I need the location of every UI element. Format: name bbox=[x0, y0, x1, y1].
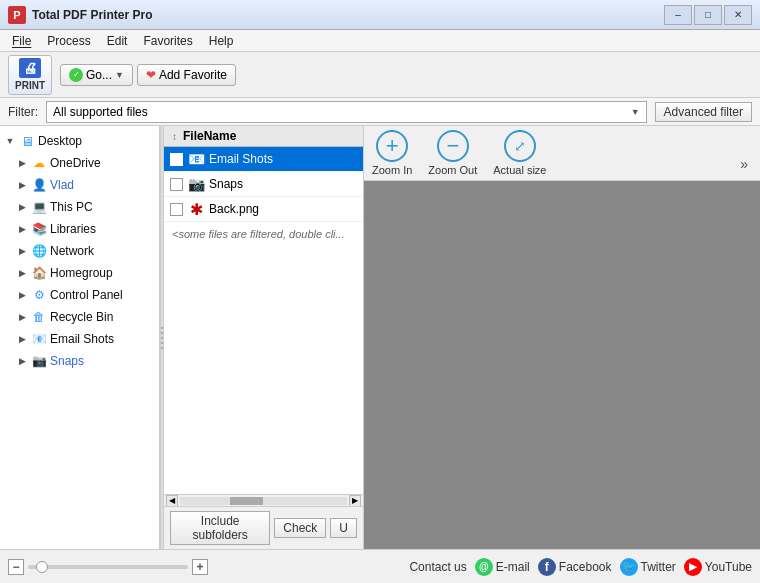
advanced-filter-button[interactable]: Advanced filter bbox=[655, 102, 752, 122]
actual-size-button[interactable]: ⤢ Actual size bbox=[493, 130, 546, 176]
expand-icon-pc: ▶ bbox=[16, 201, 28, 213]
sidebar-item-libraries[interactable]: ▶ 📚 Libraries bbox=[0, 218, 159, 240]
go-button[interactable]: ✓ Go... ▼ bbox=[60, 64, 133, 86]
backpng-thumb: ✱ bbox=[187, 200, 205, 218]
sidebar-item-label: Homegroup bbox=[50, 266, 113, 280]
check-button[interactable]: Check bbox=[274, 518, 326, 538]
sidebar-item-snaps[interactable]: ▶ 📷 Snaps bbox=[0, 350, 159, 372]
sidebar-item-desktop[interactable]: ▼ 🖥 Desktop bbox=[0, 130, 159, 152]
zoom-slider-thumb bbox=[36, 561, 48, 573]
zoom-in-label: Zoom In bbox=[372, 164, 412, 176]
sidebar-item-thispc[interactable]: ▶ 💻 This PC bbox=[0, 196, 159, 218]
expand-icon-snaps: ▶ bbox=[16, 355, 28, 367]
zoom-out-button[interactable]: − Zoom Out bbox=[428, 130, 477, 176]
menu-file[interactable]: File bbox=[4, 30, 39, 51]
file-checkbox-snaps[interactable] bbox=[170, 178, 183, 191]
zoom-plus-button[interactable]: + bbox=[192, 559, 208, 575]
twitter-link[interactable]: 🐦 Twitter bbox=[620, 558, 676, 576]
statusbar: − + Contact us @ E-mail f Facebook 🐦 Twi… bbox=[0, 549, 760, 583]
preview-area: + Zoom In − Zoom Out ⤢ Actual size » bbox=[364, 126, 760, 549]
sidebar-item-recyclebin[interactable]: ▶ 🗑 Recycle Bin bbox=[0, 306, 159, 328]
file-checkbox-emailshots[interactable] bbox=[170, 153, 183, 166]
file-name-backpng: Back.png bbox=[209, 202, 259, 216]
menu-help[interactable]: Help bbox=[201, 30, 242, 51]
controlpanel-icon: ⚙ bbox=[31, 287, 47, 303]
filename-column-header: FileName bbox=[183, 129, 236, 143]
twitter-label: Twitter bbox=[641, 560, 676, 574]
close-button[interactable]: ✕ bbox=[724, 5, 752, 25]
expand-icon-vlad: ▶ bbox=[16, 179, 28, 191]
youtube-link[interactable]: ▶ YouTube bbox=[684, 558, 752, 576]
menu-edit[interactable]: Edit bbox=[99, 30, 136, 51]
sidebar-item-network[interactable]: ▶ 🌐 Network bbox=[0, 240, 159, 262]
sidebar-item-controlpanel[interactable]: ▶ ⚙ Control Panel bbox=[0, 284, 159, 306]
file-rows-container: 📧 Email Shots 📷 Snaps ✱ Back.png <some f… bbox=[164, 147, 363, 494]
scroll-left-arrow[interactable]: ◀ bbox=[166, 495, 178, 507]
youtube-label: YouTube bbox=[705, 560, 752, 574]
zoom-minus-button[interactable]: − bbox=[8, 559, 24, 575]
scroll-right-arrow[interactable]: ▶ bbox=[349, 495, 361, 507]
desktop-icon: 🖥 bbox=[19, 133, 35, 149]
app-icon: P bbox=[8, 6, 26, 24]
filter-select[interactable]: All supported files ▼ bbox=[46, 101, 647, 123]
window-controls: – □ ✕ bbox=[664, 5, 752, 25]
actual-size-icon: ⤢ bbox=[504, 130, 536, 162]
sidebar-item-homegroup[interactable]: ▶ 🏠 Homegroup bbox=[0, 262, 159, 284]
file-row-emailshots[interactable]: 📧 Email Shots bbox=[164, 147, 363, 172]
heart-icon: ❤ bbox=[146, 68, 156, 82]
go-dropdown-icon: ▼ bbox=[115, 70, 124, 80]
sidebar-item-vlad[interactable]: ▶ 👤 Vlad bbox=[0, 174, 159, 196]
toolbar: 🖨 PRINT ✓ Go... ▼ ❤ Add Favorite bbox=[0, 52, 760, 98]
filelist-scrollbar[interactable]: ◀ ▶ bbox=[164, 494, 363, 506]
user-icon: 👤 bbox=[31, 177, 47, 193]
facebook-link[interactable]: f Facebook bbox=[538, 558, 612, 576]
go-icon: ✓ bbox=[69, 68, 83, 82]
more-button[interactable]: » bbox=[736, 152, 752, 176]
twitter-icon: 🐦 bbox=[620, 558, 638, 576]
sidebar-item-emailshots[interactable]: ▶ 📧 Email Shots bbox=[0, 328, 159, 350]
onedrive-icon: ☁ bbox=[31, 155, 47, 171]
include-subfolders-button[interactable]: Include subfolders bbox=[170, 511, 270, 545]
filter-value: All supported files bbox=[53, 105, 148, 119]
facebook-label: Facebook bbox=[559, 560, 612, 574]
menu-favorites[interactable]: Favorites bbox=[135, 30, 200, 51]
sort-icon: ↕ bbox=[172, 131, 177, 142]
file-row-backpng[interactable]: ✱ Back.png bbox=[164, 197, 363, 222]
u-button[interactable]: U bbox=[330, 518, 357, 538]
file-checkbox-backpng[interactable] bbox=[170, 203, 183, 216]
expand-icon-es: ▶ bbox=[16, 333, 28, 345]
sidebar-item-label: Vlad bbox=[50, 178, 74, 192]
actual-size-label: Actual size bbox=[493, 164, 546, 176]
scroll-thumb bbox=[230, 497, 263, 505]
emailshots-thumb: 📧 bbox=[187, 150, 205, 168]
go-group: ✓ Go... ▼ ❤ Add Favorite bbox=[60, 64, 236, 86]
sidebar-item-label: OneDrive bbox=[50, 156, 101, 170]
sidebar-item-label: Network bbox=[50, 244, 94, 258]
expand-icon-hg: ▶ bbox=[16, 267, 28, 279]
file-name-snaps: Snaps bbox=[209, 177, 243, 191]
filelist-header: ↕ FileName bbox=[164, 126, 363, 147]
menubar: File Process Edit Favorites Help bbox=[0, 30, 760, 52]
maximize-button[interactable]: □ bbox=[694, 5, 722, 25]
sidebar-tree: ▼ 🖥 Desktop ▶ ☁ OneDrive ▶ 👤 Vlad ▶ 💻 Th… bbox=[0, 126, 160, 549]
zoom-slider[interactable] bbox=[28, 565, 188, 569]
email-link[interactable]: @ E-mail bbox=[475, 558, 530, 576]
file-row-snaps[interactable]: 📷 Snaps bbox=[164, 172, 363, 197]
expand-icon-lib: ▶ bbox=[16, 223, 28, 235]
sidebar-item-label: Desktop bbox=[38, 134, 82, 148]
sidebar-item-onedrive[interactable]: ▶ ☁ OneDrive bbox=[0, 152, 159, 174]
sidebar-item-label: Libraries bbox=[50, 222, 96, 236]
scroll-track[interactable] bbox=[180, 497, 347, 505]
print-button[interactable]: 🖨 PRINT bbox=[8, 55, 52, 95]
go-label: Go... bbox=[86, 68, 112, 82]
zoom-out-icon: − bbox=[437, 130, 469, 162]
expand-icon-rb: ▶ bbox=[16, 311, 28, 323]
filter-dropdown-icon: ▼ bbox=[631, 107, 640, 117]
pc-icon: 💻 bbox=[31, 199, 47, 215]
print-label: PRINT bbox=[15, 80, 45, 91]
minimize-button[interactable]: – bbox=[664, 5, 692, 25]
zoom-in-button[interactable]: + Zoom In bbox=[372, 130, 412, 176]
add-favorite-button[interactable]: ❤ Add Favorite bbox=[137, 64, 236, 86]
menu-process[interactable]: Process bbox=[39, 30, 98, 51]
sidebar-item-label: Recycle Bin bbox=[50, 310, 113, 324]
